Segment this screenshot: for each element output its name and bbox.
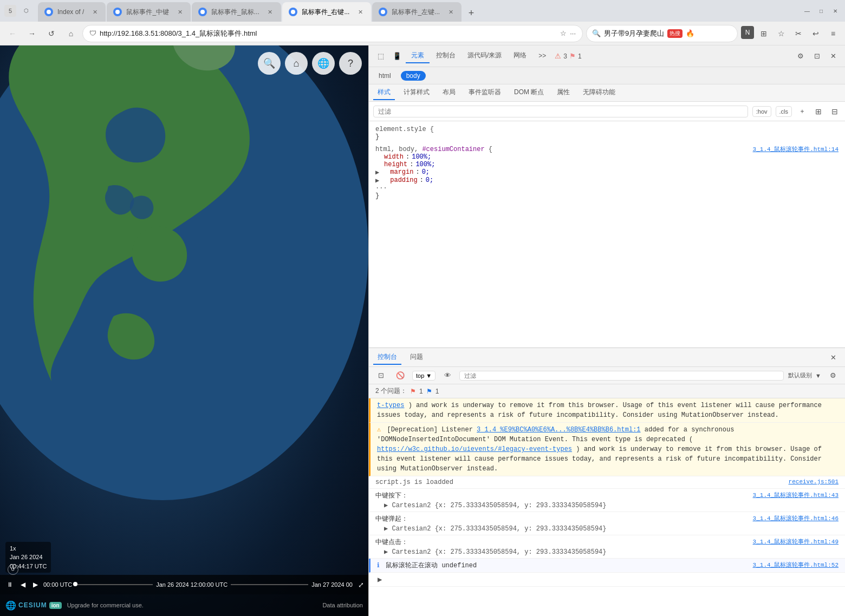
console-message-8: ▶	[369, 573, 845, 587]
undo-icon[interactable]: ↩	[808, 26, 823, 41]
console-close-button[interactable]: ✕	[826, 350, 841, 365]
star-icon[interactable]: ☆	[774, 26, 789, 41]
css-arrow-margin[interactable]: ▶	[375, 168, 379, 176]
styles-tab-properties[interactable]: 属性	[552, 86, 574, 100]
hover-state-button[interactable]: :hov	[752, 106, 771, 117]
console-clear-button[interactable]: 🚫	[393, 368, 408, 383]
tab-right-mouse[interactable]: 鼠标事件_右键... ✕	[282, 2, 372, 22]
console-settings-button[interactable]: ⚙	[826, 368, 841, 383]
help-button[interactable]: ?	[339, 52, 362, 75]
menu-icon[interactable]: ≡	[826, 26, 841, 41]
issues-count-bar: 2 个问题： ⚑ 1 ⚑ 1	[369, 384, 845, 398]
close-button[interactable]: ✕	[830, 5, 841, 16]
new-rule-button[interactable]: ⊞	[812, 106, 824, 117]
step-back-button[interactable]: ◀	[18, 580, 28, 589]
tab1-close[interactable]: ✕	[90, 8, 99, 16]
console-context-select[interactable]: top ▼	[412, 371, 435, 381]
globe-svg	[0, 45, 368, 500]
home-button[interactable]: ⌂	[63, 25, 79, 42]
console-sidebar-toggle[interactable]: ⊡	[373, 368, 388, 383]
msg5-cartesian[interactable]: ▶ Cartesian2 {x: 275.3333435058594, y: 2…	[384, 525, 838, 533]
home-globe-button[interactable]: ⌂	[285, 52, 308, 75]
tab5-close[interactable]: ✕	[446, 8, 455, 16]
class-state-button[interactable]: .cls	[776, 106, 792, 117]
msg6-cartesian[interactable]: ▶ Cartesian2 {x: 275.3333435058594, y: 2…	[384, 548, 838, 556]
tab4-close[interactable]: ✕	[356, 8, 365, 16]
data-attribution-link[interactable]: Data attribution	[322, 602, 363, 608]
css-prop-padding: ▶ padding : 0;	[375, 176, 838, 185]
upgrade-link[interactable]: Upgrade for commercial use.	[67, 602, 144, 608]
add-style-button[interactable]: +	[796, 106, 808, 117]
css-filter-bar: :hov .cls + ⊞ ⊟	[369, 102, 845, 121]
devtools-tab-console[interactable]: 控制台	[431, 49, 461, 63]
search-bar[interactable]: 🔍 男子带9月孕妻爬山 热搜 🔥	[586, 25, 738, 42]
tab2-close[interactable]: ✕	[176, 8, 184, 16]
rotation-indicator: ↺	[8, 564, 18, 575]
styles-tab-event-listeners[interactable]: 事件监听器	[464, 86, 505, 100]
css-source-link[interactable]: 3_1.4_鼠标滚轮事件.html:14	[753, 145, 838, 153]
tab-index[interactable]: Index of / ✕	[38, 2, 106, 22]
msg6-source-link[interactable]: 3_1.4_鼠标滚轮事件.html:49	[753, 538, 838, 546]
maximize-button[interactable]: □	[816, 5, 827, 16]
console-eye-icon[interactable]: 👁	[440, 368, 455, 383]
console-filter-input[interactable]	[459, 371, 784, 381]
new-tab-button[interactable]: +	[463, 4, 480, 22]
msg2-link1[interactable]: 3_1.4_%E9%BC%A0%E6%A...%8B%E4%BB%B6.html…	[477, 426, 640, 434]
msg2-text: ⚠ [Deprecation] Listener 3_1.4_%E9%BC%A0…	[377, 425, 838, 474]
devtools-cursor-icon[interactable]: ⬚	[373, 49, 388, 64]
msg4-label: 中键按下：	[375, 491, 408, 500]
devtools-tab-more[interactable]: >>	[533, 50, 551, 63]
svg-point-2	[200, 10, 205, 14]
html-tag-pill[interactable]: html	[373, 71, 396, 81]
console-tab-issues[interactable]: 问题	[406, 350, 427, 365]
styles-tab-styles[interactable]: 样式	[373, 86, 395, 100]
styles-tab-accessibility[interactable]: 无障碍功能	[578, 86, 620, 100]
msg8-expand-arrow[interactable]: ▶	[378, 575, 838, 584]
styles-tab-layout[interactable]: 布局	[438, 86, 460, 100]
tab-middle-mouse[interactable]: 鼠标事件_中键 ✕	[107, 2, 191, 22]
extensions-icon[interactable]: N	[741, 26, 754, 39]
devtools-device-icon[interactable]: 📱	[389, 49, 405, 64]
msg4-row: 中键按下： 3_1.4_鼠标滚轮事件.html:43	[375, 491, 838, 500]
styles-tab-dom-breakpoints[interactable]: DOM 断点	[510, 86, 548, 100]
expand-icon[interactable]: ⤢	[358, 581, 364, 589]
msg7-source-link[interactable]: 3_1.4_鼠标滚轮事件.html:52	[753, 561, 838, 569]
tab-mouse-event[interactable]: 鼠标事件_鼠标... ✕	[192, 2, 281, 22]
css-filter-input[interactable]	[373, 106, 748, 117]
console-tab-console[interactable]: 控制台	[373, 350, 401, 365]
devtools-settings-icon[interactable]: ⚙	[793, 49, 808, 64]
msg1-link1[interactable]: t-types	[377, 402, 404, 409]
globe-view-button[interactable]: 🌐	[312, 52, 335, 75]
styles-tab-computed[interactable]: 计算样式	[399, 86, 434, 100]
devtools-tab-network[interactable]: 网络	[508, 49, 532, 63]
devtools-layout: ⬚ 📱 元素 控制台 源代码/来源 网络 >> ⚠ 3 ⚑ 1 ⚙ ⊡	[369, 45, 845, 616]
play-pause-button[interactable]: ⏸	[4, 580, 15, 589]
devtools-tab-elements[interactable]: 元素	[406, 49, 430, 63]
search-globe-button[interactable]: 🔍	[258, 52, 281, 75]
tab3-close[interactable]: ✕	[266, 8, 275, 16]
msg2-link2[interactable]: https://w3c.github.io/uievents/#legacy-e…	[377, 445, 572, 453]
tab-left-mouse[interactable]: 鼠标事件_左键... ✕	[372, 2, 461, 22]
devtools-close-button[interactable]: ✕	[826, 49, 841, 64]
msg4-source-link[interactable]: 3_1.4_鼠标滚轮事件.html:43	[753, 491, 838, 499]
body-tag-pill[interactable]: body	[401, 71, 426, 81]
minimize-button[interactable]: —	[802, 5, 812, 16]
forward-button[interactable]: →	[24, 25, 40, 42]
level-dropdown-icon[interactable]: ▼	[815, 372, 821, 379]
more-icon[interactable]: ···	[570, 29, 576, 37]
msg3-source-link[interactable]: receive.js:501	[789, 479, 838, 485]
bookmark-icon[interactable]: ☆	[560, 29, 567, 37]
grid-icon[interactable]: ⊞	[756, 26, 771, 41]
back-button[interactable]: ←	[4, 25, 21, 42]
refresh-button[interactable]: ↺	[43, 25, 60, 42]
toggle-button[interactable]: ⊟	[829, 106, 841, 117]
step-forward-button[interactable]: ▶	[31, 580, 40, 589]
devtools-tab-sources[interactable]: 源代码/来源	[462, 49, 507, 63]
flag-count: 1	[578, 53, 582, 60]
devtools-undock-icon[interactable]: ⊡	[809, 49, 824, 64]
msg5-source-link[interactable]: 3_1.4_鼠标滚轮事件.html:46	[753, 514, 838, 522]
css-arrow-padding[interactable]: ▶	[375, 176, 379, 185]
msg4-cartesian[interactable]: ▶ Cartesian2 {x: 275.3333435058594, y: 2…	[384, 501, 838, 509]
cut-icon[interactable]: ✂	[791, 26, 806, 41]
address-bar[interactable]: 🛡 http://192.168.3.51:8080/3_1.4_鼠标滚轮事件.…	[82, 25, 583, 42]
